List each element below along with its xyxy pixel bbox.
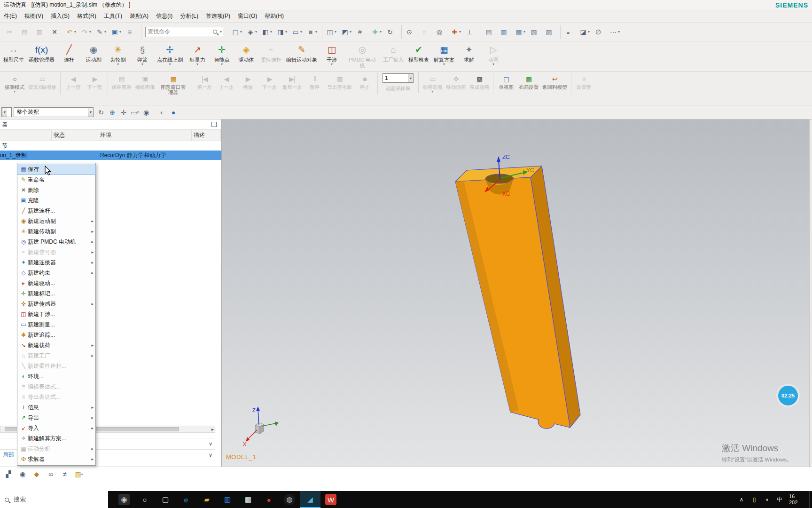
update-session-icon[interactable]: ↻ bbox=[95, 107, 107, 118]
window-icon[interactable]: ▭ ▾ bbox=[290, 26, 305, 38]
refresh-icon[interactable]: ↻ bbox=[384, 26, 399, 38]
ribbon-joint[interactable]: ◉ 运动副 bbox=[81, 42, 106, 73]
menu-new-connector[interactable]: ✦ 新建连接器 ▸ bbox=[17, 257, 95, 268]
resource-bar-strip[interactable] bbox=[809, 119, 812, 467]
layout-settings[interactable]: ▦ 布局设置 bbox=[517, 72, 540, 95]
iso-view-icon[interactable]: ◩ ▾ bbox=[339, 26, 354, 38]
copy-display-icon[interactable]: ▣ ▾ bbox=[109, 26, 124, 38]
stop[interactable]: ■ 停止 bbox=[354, 72, 375, 95]
ribbon-function-manager[interactable]: f(x) 函数管理器 bbox=[26, 42, 57, 73]
menu-clone[interactable]: ▣ 克隆 bbox=[17, 195, 95, 206]
measure-icon[interactable]: ∅ bbox=[593, 26, 608, 38]
menu-new-driver[interactable]: ▸ 新建驱动... bbox=[17, 278, 95, 288]
properties-icon[interactable]: ≡ bbox=[124, 26, 139, 38]
ribbon-interference[interactable]: ◫ 干涉 ▾ bbox=[320, 42, 344, 73]
ribbon-smart-point[interactable]: ✛ 智能点 ▾ bbox=[210, 42, 234, 73]
taskbar-blue-app[interactable]: ▥ bbox=[217, 491, 238, 508]
menu-export-expression[interactable]: ≡ 导出表达式... bbox=[17, 392, 95, 402]
tray-mic-icon[interactable]: ▯ bbox=[751, 496, 757, 503]
menu-new-measure[interactable]: ▭ 新建测量... bbox=[17, 319, 95, 330]
capture-image[interactable]: ▣ 捕捉图像 bbox=[133, 72, 157, 95]
menu-bar-item[interactable]: 件(E) bbox=[0, 10, 21, 22]
pane-icon[interactable]: ◫ ▾ bbox=[324, 26, 339, 38]
add-component-icon[interactable]: ⊕ bbox=[107, 107, 118, 118]
panel-pin-button[interactable] bbox=[211, 122, 217, 127]
menu-import[interactable]: ↙ 导入 ▸ bbox=[17, 423, 95, 433]
show-desktop-button[interactable] bbox=[809, 491, 811, 508]
taskbar-camera-app[interactable]: ◉ bbox=[114, 491, 134, 508]
taskbar-task-view[interactable]: ▢ bbox=[155, 491, 176, 508]
single-view[interactable]: ▢ 单视图 bbox=[495, 72, 517, 95]
menu-environment[interactable]: ◐ 环境... bbox=[17, 371, 95, 381]
selection-box-icon[interactable]: ▭ ▾ bbox=[129, 107, 141, 118]
render-icon[interactable]: ◒ bbox=[562, 26, 578, 38]
menu-new-trace[interactable]: ✱ 新建追踪... bbox=[17, 330, 95, 340]
sample-rate-dropdown[interactable]: 1 ▾ bbox=[383, 73, 414, 83]
play[interactable]: ▶ 播放 bbox=[237, 72, 259, 95]
ribbon-gear-coupler[interactable]: ✳ 齿轮副 ▾ bbox=[106, 42, 130, 73]
column-header-description[interactable]: 描述 bbox=[192, 130, 221, 141]
layer-visible-icon[interactable]: ▥ bbox=[498, 26, 513, 38]
menu-edit-expression[interactable]: ≡ 编辑表达式... bbox=[17, 381, 95, 392]
broken-link-icon[interactable]: ≠ bbox=[59, 468, 70, 480]
menu-motion-analysis[interactable]: ▦ 运动分析 ▸ bbox=[17, 444, 95, 454]
taskbar-edge[interactable]: e bbox=[176, 491, 196, 508]
more-icon[interactable]: ⋯ ▾ bbox=[608, 26, 623, 38]
menu-new-flexible-link[interactable]: ╲ 新建柔性连杆... bbox=[17, 361, 95, 371]
interpart-link-icon[interactable]: ∞ bbox=[45, 468, 56, 480]
column-header-status[interactable]: 状态 bbox=[52, 130, 98, 141]
column-header-name[interactable] bbox=[0, 130, 52, 141]
settings-room[interactable]: ≡ 设置室 bbox=[573, 72, 595, 95]
prev-page[interactable]: ◀ 上一页 bbox=[62, 72, 84, 95]
pause[interactable]: ‖ 暂停 bbox=[304, 72, 326, 95]
tray-clock[interactable]: 16 202 bbox=[789, 493, 803, 506]
export-movie[interactable]: ▥ 导出至电影 bbox=[326, 72, 354, 95]
layer-move-icon[interactable]: ▧ bbox=[528, 26, 543, 38]
step-back[interactable]: ◀ 上一步 bbox=[216, 72, 237, 95]
probe-mode[interactable]: ○ 探测模式 ▾ bbox=[3, 72, 26, 95]
snap-target-icon[interactable]: ◎ bbox=[434, 26, 449, 38]
background-icon[interactable]: ■ ▾ bbox=[305, 26, 320, 38]
ribbon-solution[interactable]: ▦ 解算方案 ▾ bbox=[431, 42, 457, 73]
chevron-down-icon[interactable]: ∨ bbox=[209, 452, 212, 458]
menu-bar-item[interactable]: 分析(L) bbox=[176, 10, 202, 22]
format-paint-icon[interactable]: ✎ ▾ bbox=[94, 26, 109, 38]
assembly-cube-icon[interactable]: ▧ ▾ bbox=[73, 468, 85, 480]
ribbon-flexible-link[interactable]: ~ 柔性连杆 bbox=[258, 42, 284, 73]
selection-scope-dropdown[interactable]: 整个装配 ▾ bbox=[14, 107, 94, 117]
menu-new-load[interactable]: ↘ 新建载荷 ▸ bbox=[17, 340, 95, 350]
layer-category-icon[interactable]: ▦ ▾ bbox=[513, 26, 528, 38]
shaded-view-icon[interactable]: ◧ ▾ bbox=[260, 26, 275, 38]
perpendicular-icon[interactable]: ⊥ bbox=[464, 26, 479, 38]
cut-icon[interactable]: ✂ bbox=[4, 26, 19, 38]
menu-new-factory[interactable]: ⌂ 新建工厂 ▸ bbox=[17, 350, 95, 361]
display-parts-icon[interactable]: ◉ bbox=[17, 468, 28, 480]
ribbon-animation[interactable]: ▷ 动画 ▾ bbox=[481, 42, 506, 73]
shaded-sphere-icon[interactable]: ◐ bbox=[156, 107, 168, 118]
snap-center-icon[interactable]: ⊙ bbox=[404, 26, 419, 38]
touch-mode-icon[interactable]: ▢ ▾ bbox=[230, 26, 245, 38]
menu-new-constraint[interactable]: ◇ 新建约束 ▸ bbox=[17, 268, 95, 278]
ribbon-model-check[interactable]: ✔ 模型检查 bbox=[406, 42, 431, 73]
menu-bar-item[interactable]: 工具(T) bbox=[100, 10, 126, 22]
menu-delete[interactable]: ✕ 删除 bbox=[17, 185, 95, 195]
zoom-x-only[interactable]: ▭ 仅沿X轴缩放 bbox=[26, 72, 58, 95]
menu-new-marker[interactable]: ✛ 新建标记... bbox=[17, 288, 95, 299]
menu-rename[interactable]: ✎ 重命名 bbox=[17, 175, 95, 185]
taskbar-dark-app[interactable]: ◍ bbox=[279, 491, 300, 508]
section-icon[interactable]: ◪ ▾ bbox=[578, 26, 593, 38]
selection-filter-dropdown[interactable]: ▾ bbox=[1, 107, 12, 117]
navigator-selected-row[interactable]: motion_1_录制 RecurDyn 静力学和动力学 bbox=[0, 151, 221, 160]
chevron-down-icon[interactable]: ∨ bbox=[209, 441, 212, 447]
menu-solver[interactable]: ✠ 求解器 ▸ bbox=[17, 454, 95, 464]
taskbar-explorer[interactable]: ▰ bbox=[196, 491, 217, 508]
navigator-tree-row[interactable]: 节 bbox=[0, 141, 221, 151]
taskbar-calculator[interactable]: ▦ bbox=[238, 491, 258, 508]
ribbon-driver-body[interactable]: ◈ 驱动体 bbox=[234, 42, 258, 73]
ribbon-solve[interactable]: ✦ 求解 bbox=[457, 42, 481, 73]
model-canvas[interactable]: ZC YC XC Z Y X bbox=[222, 119, 809, 467]
page-turn-icon[interactable]: ▞ bbox=[3, 468, 14, 480]
tray-chevron-icon[interactable]: ∧ bbox=[738, 496, 745, 503]
save-chart[interactable]: ▤ 保存图表 bbox=[110, 72, 133, 95]
delete-icon[interactable]: ✕ bbox=[49, 26, 64, 38]
